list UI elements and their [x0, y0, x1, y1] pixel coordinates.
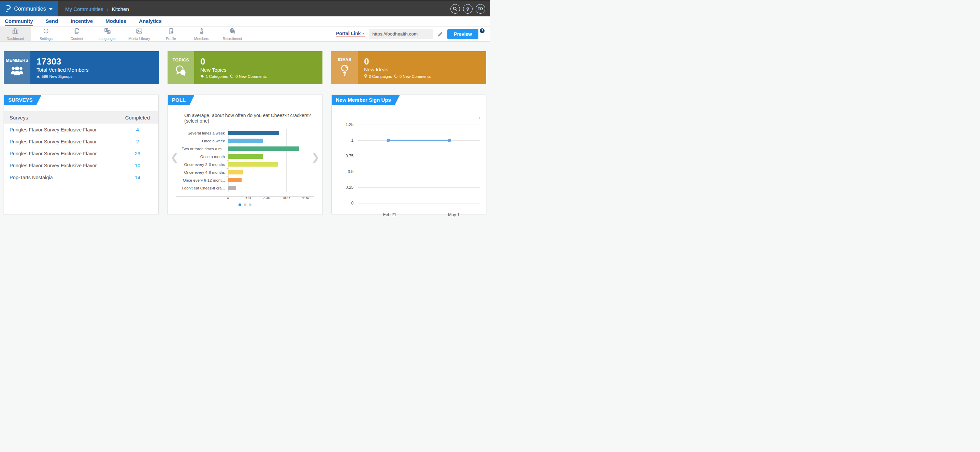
- profile-card-icon: [167, 28, 174, 36]
- toolbar-item-dashboard[interactable]: Dashboard: [0, 27, 31, 41]
- preview-button[interactable]: Preview: [447, 29, 479, 39]
- toolbar-item-languages[interactable]: Languages: [92, 27, 123, 41]
- globe-search-icon: [229, 28, 236, 36]
- surveys-ribbon: SURVEYS: [4, 95, 41, 105]
- search-icon: [453, 6, 458, 11]
- poll-category: Once every 4-6 months: [177, 168, 228, 176]
- poll-bar: [228, 131, 279, 135]
- campaign-bulb-icon: [364, 74, 367, 78]
- comment-icon: [394, 75, 398, 78]
- triangle-up-icon: [37, 75, 40, 78]
- axis-tick-label: 0.75: [340, 154, 353, 158]
- chat-bubbles-icon: [174, 65, 188, 78]
- carousel-dot[interactable]: [249, 204, 251, 206]
- preview-help-badge[interactable]: ?: [480, 28, 485, 33]
- table-row: Pringles Flavor Survey Exclusive Flavor …: [4, 124, 158, 135]
- survey-name: Pop-Tarts Nostalgia: [10, 175, 122, 180]
- toolbar-item-label: Members: [194, 37, 209, 41]
- person-icon: [198, 28, 205, 36]
- breadcrumb-separator-icon: ›: [107, 6, 108, 12]
- app-menu-label: Communities: [14, 6, 46, 12]
- axis-tick: [479, 117, 480, 119]
- axis-tick-label: 0.5: [340, 169, 353, 174]
- poll-category: Once a month: [177, 153, 228, 161]
- edit-pencil-icon[interactable]: [437, 31, 443, 37]
- signups-line-chart: 1.25 1 0.75 0.5 0.25 0: [340, 117, 480, 211]
- surveys-panel: SURVEYS Surveys Completed Pringles Flavo…: [4, 95, 159, 214]
- carousel-prev-button[interactable]: ❮: [170, 152, 179, 162]
- panels-row: SURVEYS Surveys Completed Pringles Flavo…: [4, 95, 486, 214]
- axis-tick-label: Feb 21: [383, 212, 396, 217]
- divider: [176, 196, 314, 197]
- surveys-col-completed: Completed: [122, 115, 153, 121]
- survey-name: Pringles Flavor Survey Exclusive Flavor: [10, 151, 122, 156]
- toolbar-item-recruitment[interactable]: Recruitment: [217, 27, 248, 41]
- table-row: Pop-Tarts Nostalgia 14: [4, 171, 158, 183]
- tab-incentive[interactable]: Incentive: [71, 18, 93, 26]
- table-row: Pringles Flavor Survey Exclusive Flavor …: [4, 148, 158, 159]
- tab-community[interactable]: Community: [5, 18, 33, 26]
- poll-category: Several times a week: [177, 129, 228, 137]
- app-header: Communities My Communities › Kitchen ? T…: [0, 2, 490, 16]
- ideas-card-label: IDEAS: [338, 57, 352, 62]
- topics-count: 0: [200, 57, 316, 66]
- ideas-comments-text: 0 New Comments: [399, 75, 431, 78]
- poll-bar: [228, 186, 236, 190]
- toolbar-item-content[interactable]: Content: [61, 27, 92, 41]
- members-count: 17303: [37, 57, 153, 66]
- poll-x-axis: 0 100 200 300 400: [228, 194, 310, 201]
- bar-chart-icon: [12, 28, 19, 36]
- surveys-table-header: Surveys Completed: [4, 111, 158, 124]
- axis-tick-label: 0: [340, 201, 353, 205]
- translate-icon: [104, 28, 111, 36]
- axis-tick: [410, 117, 410, 119]
- carousel-next-button[interactable]: ❯: [311, 152, 320, 162]
- survey-completed-link[interactable]: 10: [122, 163, 153, 168]
- toolbar-item-label: Languages: [99, 37, 116, 41]
- signups-x-axis: Feb 21 May 1: [358, 212, 486, 218]
- primary-nav: Community Send Incentive Modules Analyti…: [0, 16, 490, 26]
- avatar[interactable]: TR: [476, 4, 485, 14]
- survey-completed-link[interactable]: 2: [122, 139, 153, 145]
- survey-completed-link[interactable]: 23: [122, 151, 153, 156]
- portal-link-dropdown[interactable]: Portal Link: [336, 31, 365, 37]
- dashboard-content: MEMBERS 17303 Total Verified Members 586…: [0, 41, 490, 214]
- ideas-stat-card: IDEAS 0 New Ideas 0 Campaigns 0 New Comm…: [331, 51, 486, 84]
- poll-category: Two or three times a m...: [177, 145, 228, 153]
- carousel-dot[interactable]: [239, 204, 241, 206]
- survey-completed-link[interactable]: 14: [122, 175, 153, 180]
- portal-url-input[interactable]: [369, 29, 433, 39]
- poll-category: Once every 6-12 mont...: [177, 176, 228, 184]
- tab-analytics[interactable]: Analytics: [139, 18, 162, 26]
- people-group-icon: [10, 65, 24, 78]
- comment-icon: [230, 75, 234, 78]
- search-button[interactable]: [450, 4, 460, 14]
- toolbar-item-settings[interactable]: Settings: [31, 27, 61, 41]
- axis-tick-label: 1: [340, 138, 353, 143]
- poll-category: Once every 2-3 months: [177, 161, 228, 168]
- poll-bar: [228, 138, 263, 143]
- carousel-dot[interactable]: [243, 204, 247, 206]
- tab-send[interactable]: Send: [46, 18, 58, 26]
- toolbar-item-members[interactable]: Members: [186, 27, 217, 41]
- breadcrumb-my-communities[interactable]: My Communities: [65, 6, 103, 12]
- header-actions: ? TR: [450, 4, 485, 14]
- toolbar-item-profile[interactable]: Profile: [156, 27, 186, 41]
- gridline: [358, 188, 480, 188]
- members-meta: 586 New Signups: [37, 75, 153, 78]
- gear-icon: [43, 28, 49, 36]
- brand-logo-icon: [5, 5, 11, 13]
- communities-app-menu[interactable]: Communities: [0, 2, 58, 16]
- tab-modules[interactable]: Modules: [105, 18, 126, 26]
- table-row: Pringles Flavor Survey Exclusive Flavor …: [4, 135, 158, 148]
- gridline: [358, 156, 480, 156]
- poll-category: Once a week: [177, 137, 228, 145]
- poll-ribbon: POLL: [168, 95, 194, 105]
- ideas-subtitle: New Ideas: [364, 67, 480, 72]
- toolbar-item-media-library[interactable]: Media Library: [123, 27, 156, 41]
- surveys-table: Surveys Completed Pringles Flavor Survey…: [4, 111, 158, 183]
- survey-completed-link[interactable]: 4: [122, 127, 153, 132]
- axis-tick-label: May 1: [448, 212, 460, 217]
- poll-bar: [228, 154, 263, 159]
- help-button[interactable]: ?: [463, 4, 473, 14]
